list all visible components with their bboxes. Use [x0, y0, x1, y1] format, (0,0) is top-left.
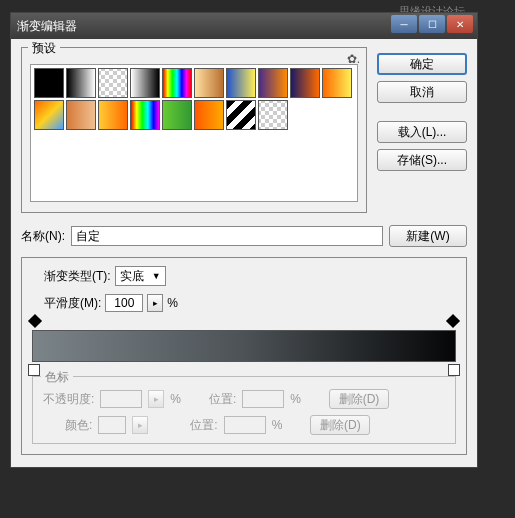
gradient-preview-bar[interactable] [32, 330, 456, 362]
name-label: 名称(N): [21, 228, 65, 245]
preset-swatch[interactable] [98, 68, 128, 98]
opacity-input [100, 390, 142, 408]
color-stop-right[interactable] [448, 364, 460, 376]
preset-swatch[interactable] [130, 100, 160, 130]
preset-swatch[interactable] [98, 100, 128, 130]
color-stepper: ▸ [132, 416, 148, 434]
preset-swatch-grid[interactable] [30, 64, 358, 202]
gradient-type-label: 渐变类型(T): [44, 268, 111, 285]
gradient-editor-dialog: 渐变编辑器 ─ ☐ ✕ 预设 ✿. 确定 取消 载入(L)... 存储(S)..… [10, 12, 478, 468]
minimize-button[interactable]: ─ [391, 15, 417, 33]
preset-swatch[interactable] [194, 100, 224, 130]
delete-opacity-button: 删除(D) [329, 389, 389, 409]
cancel-button[interactable]: 取消 [377, 81, 467, 103]
preset-swatch[interactable] [226, 100, 256, 130]
opacity-stop-right[interactable] [446, 314, 460, 328]
preset-swatch[interactable] [258, 68, 288, 98]
color-label: 颜色: [65, 417, 92, 434]
save-button[interactable]: 存储(S)... [377, 149, 467, 171]
percent-label-2: % [170, 392, 181, 406]
opacity-stepper: ▸ [148, 390, 164, 408]
position-label-1: 位置: [209, 391, 236, 408]
preset-swatch[interactable] [34, 68, 64, 98]
preset-swatch[interactable] [226, 68, 256, 98]
color-swatch [98, 416, 126, 434]
position-label-2: 位置: [190, 417, 217, 434]
percent-label-4: % [272, 418, 283, 432]
gradient-section: 渐变类型(T): 实底 ▼ 平滑度(M): ▸ % 色标 [21, 257, 467, 455]
titlebar[interactable]: 渐变编辑器 ─ ☐ ✕ [11, 13, 477, 39]
dialog-title: 渐变编辑器 [17, 18, 77, 35]
new-button[interactable]: 新建(W) [389, 225, 467, 247]
opacity-stop-left[interactable] [28, 314, 42, 328]
close-button[interactable]: ✕ [447, 15, 473, 33]
preset-swatch[interactable] [130, 68, 160, 98]
stops-group: 色标 不透明度: ▸ % 位置: % 删除(D) 颜色: ▸ 位置: [32, 376, 456, 444]
ok-button[interactable]: 确定 [377, 53, 467, 75]
percent-label: % [167, 296, 178, 310]
preset-swatch[interactable] [162, 100, 192, 130]
smoothness-stepper[interactable]: ▸ [147, 294, 163, 312]
smoothness-input[interactable] [105, 294, 143, 312]
stops-label: 色标 [41, 369, 73, 386]
percent-label-3: % [290, 392, 301, 406]
smoothness-label: 平滑度(M): [44, 295, 101, 312]
maximize-button[interactable]: ☐ [419, 15, 445, 33]
preset-swatch[interactable] [66, 68, 96, 98]
gradient-type-select[interactable]: 实底 ▼ [115, 266, 166, 286]
delete-color-button: 删除(D) [310, 415, 370, 435]
gear-icon[interactable]: ✿. [347, 52, 360, 66]
presets-group: 预设 ✿. [21, 47, 367, 213]
gradient-bar-wrap [32, 330, 456, 362]
color-position-input [224, 416, 266, 434]
opacity-position-input [242, 390, 284, 408]
name-input[interactable] [71, 226, 383, 246]
load-button[interactable]: 载入(L)... [377, 121, 467, 143]
presets-label: 预设 [28, 40, 60, 57]
gradient-type-value: 实底 [120, 268, 144, 285]
preset-swatch[interactable] [162, 68, 192, 98]
chevron-down-icon: ▼ [152, 271, 161, 281]
preset-swatch[interactable] [322, 68, 352, 98]
opacity-label: 不透明度: [43, 391, 94, 408]
preset-swatch[interactable] [290, 68, 320, 98]
color-stop-left[interactable] [28, 364, 40, 376]
preset-swatch[interactable] [34, 100, 64, 130]
preset-swatch[interactable] [66, 100, 96, 130]
preset-swatch[interactable] [194, 68, 224, 98]
preset-swatch[interactable] [258, 100, 288, 130]
